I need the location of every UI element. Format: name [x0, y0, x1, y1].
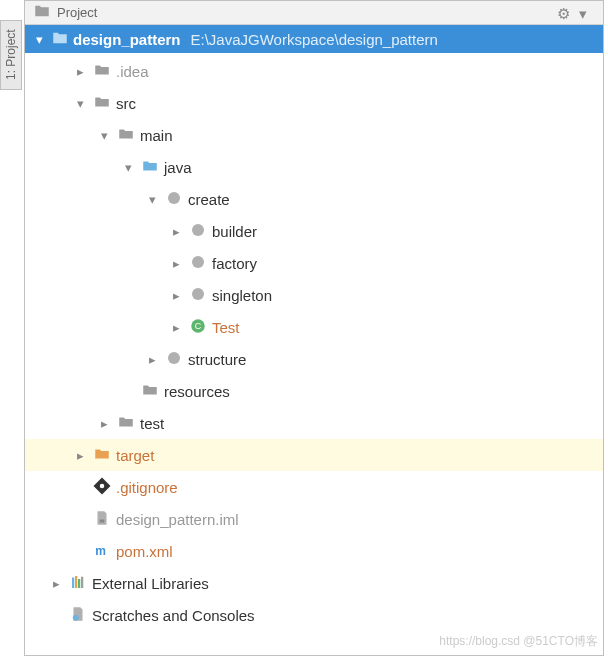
chevron-right-icon[interactable]: ▸	[168, 320, 184, 335]
settings-icon[interactable]: ⚙	[557, 5, 573, 21]
tree-item-builder[interactable]: ▸builder	[25, 215, 603, 247]
tree-item-src[interactable]: ▾src	[25, 87, 603, 119]
chevron-right-icon[interactable]: ▸	[168, 256, 184, 271]
toolbar-title: Project	[57, 5, 551, 20]
root-name: design_pattern	[73, 31, 181, 48]
watermark-text: https://blog.csd @51CTO博客	[439, 633, 598, 650]
tree-item-label: builder	[212, 223, 257, 240]
tree-item-scratches-and-consoles[interactable]: ▸Scratches and Consoles	[25, 599, 603, 631]
folder-gray-icon	[117, 413, 135, 434]
chevron-right-icon[interactable]: ▸	[144, 352, 160, 367]
folder-gray-icon	[93, 61, 111, 82]
tree-item-label: Test	[212, 319, 240, 336]
folder-gray-icon	[93, 93, 111, 114]
tree-item-label: design_pattern.iml	[116, 511, 239, 528]
svg-rect-11	[72, 577, 74, 588]
folder-icon	[33, 2, 51, 23]
chevron-down-icon[interactable]: ▾	[31, 32, 47, 47]
tree-item-singleton[interactable]: ▸singleton	[25, 279, 603, 311]
tree-item-structure[interactable]: ▸structure	[25, 343, 603, 375]
tree-item-label: singleton	[212, 287, 272, 304]
libraries-icon	[69, 573, 87, 594]
tree-item-label: src	[116, 95, 136, 112]
svg-point-15	[73, 614, 79, 620]
tree-item-label: java	[164, 159, 192, 176]
scratches-icon	[69, 605, 87, 626]
tree-item-create[interactable]: ▾create	[25, 183, 603, 215]
svg-point-0	[168, 192, 180, 204]
tree-item-resources[interactable]: ▸resources	[25, 375, 603, 407]
svg-point-6	[168, 352, 180, 364]
svg-point-1	[192, 224, 204, 236]
package-icon	[165, 189, 183, 210]
tree-item-test[interactable]: ▸CTest	[25, 311, 603, 343]
tree-item-label: .gitignore	[116, 479, 178, 496]
folder-orange-icon	[93, 445, 111, 466]
svg-point-2	[192, 256, 204, 268]
tree-item-label: factory	[212, 255, 257, 272]
chevron-right-icon[interactable]: ▸	[72, 64, 88, 79]
svg-rect-14	[81, 576, 83, 587]
chevron-right-icon[interactable]: ▸	[96, 416, 112, 431]
chevron-right-icon[interactable]: ▸	[168, 224, 184, 239]
tree-item-label: target	[116, 447, 154, 464]
tree-item-label: pom.xml	[116, 543, 173, 560]
chevron-right-icon[interactable]: ▸	[168, 288, 184, 303]
tree-item-external-libraries[interactable]: ▸External Libraries	[25, 567, 603, 599]
tree-item-label: create	[188, 191, 230, 208]
chevron-right-icon[interactable]: ▸	[72, 448, 88, 463]
project-toolbar: Project ⚙ ▾	[25, 1, 603, 25]
tree-item-main[interactable]: ▾main	[25, 119, 603, 151]
tree-item-test[interactable]: ▸test	[25, 407, 603, 439]
chevron-down-icon[interactable]: ▾	[72, 96, 88, 111]
svg-rect-9	[100, 519, 105, 522]
svg-rect-13	[78, 579, 80, 588]
module-icon	[51, 29, 69, 50]
tree-item--idea[interactable]: ▸.idea	[25, 55, 603, 87]
folder-gray-icon	[117, 125, 135, 146]
package-icon	[165, 349, 183, 370]
svg-rect-12	[75, 576, 77, 588]
tree-item-design-pattern-iml[interactable]: ▸design_pattern.iml	[25, 503, 603, 535]
project-panel: Project ⚙ ▾ ▾ design_pattern E:\JavaJGWo…	[24, 0, 604, 656]
project-root-row[interactable]: ▾ design_pattern E:\JavaJGWorkspace\desi…	[25, 25, 603, 53]
iml-icon	[93, 509, 111, 530]
gitignore-icon	[93, 477, 111, 498]
chevron-down-icon[interactable]: ▾	[144, 192, 160, 207]
svg-point-3	[192, 288, 204, 300]
tree-item-target[interactable]: ▸target	[25, 439, 603, 471]
root-path: E:\JavaJGWorkspace\design_pattern	[191, 31, 438, 48]
tree-item-label: Scratches and Consoles	[92, 607, 255, 624]
project-tool-tab[interactable]: 1: Project	[0, 20, 22, 90]
tree-item-factory[interactable]: ▸factory	[25, 247, 603, 279]
tree-item-pom-xml[interactable]: ▸mpom.xml	[25, 535, 603, 567]
tree-item-label: External Libraries	[92, 575, 209, 592]
svg-text:C: C	[195, 321, 202, 331]
folder-gray-icon	[141, 381, 159, 402]
tree-item-label: structure	[188, 351, 246, 368]
collapse-icon[interactable]: ▾	[579, 5, 595, 21]
chevron-down-icon[interactable]: ▾	[120, 160, 136, 175]
package-icon	[189, 253, 207, 274]
folder-blue-icon	[141, 157, 159, 178]
tree-item-label: resources	[164, 383, 230, 400]
project-tree: ▸.idea▾src▾main▾java▾create▸builder▸fact…	[25, 53, 603, 633]
tree-item-label: main	[140, 127, 173, 144]
class-icon: C	[189, 317, 207, 338]
package-icon	[189, 221, 207, 242]
svg-point-8	[100, 483, 105, 488]
tree-item-java[interactable]: ▾java	[25, 151, 603, 183]
tree-item-label: test	[140, 415, 164, 432]
svg-text:m: m	[95, 543, 106, 557]
tree-item-label: .idea	[116, 63, 149, 80]
chevron-right-icon[interactable]: ▸	[48, 576, 64, 591]
chevron-down-icon[interactable]: ▾	[96, 128, 112, 143]
package-icon	[189, 285, 207, 306]
maven-icon: m	[93, 541, 111, 562]
tree-item--gitignore[interactable]: ▸.gitignore	[25, 471, 603, 503]
